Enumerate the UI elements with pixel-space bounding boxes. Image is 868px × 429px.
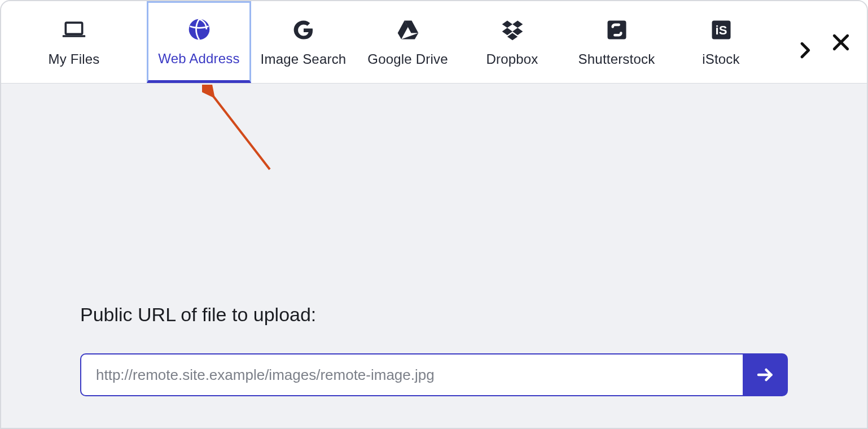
svg-rect-11 <box>607 20 626 39</box>
shutterstock-icon <box>604 17 629 42</box>
svg-rect-0 <box>65 23 82 34</box>
google-g-icon <box>291 17 316 42</box>
url-submit-button[interactable] <box>744 353 788 396</box>
tab-label: Image Search <box>261 51 347 67</box>
tab-istock[interactable]: iS iStock <box>669 1 773 83</box>
svg-marker-10 <box>507 33 517 40</box>
tabbar-actions <box>789 1 867 83</box>
tab-label: iStock <box>702 51 740 67</box>
url-input-row <box>80 353 788 396</box>
arrow-right-icon <box>755 365 775 385</box>
svg-marker-9 <box>512 28 523 35</box>
tab-label: My Files <box>49 51 100 67</box>
tab-label: Google Drive <box>367 51 448 67</box>
tab-web-address[interactable]: Web Address <box>147 1 251 83</box>
tabs-next-button[interactable] <box>789 34 821 66</box>
svg-text:iS: iS <box>715 23 727 37</box>
upload-dialog: My Files Web Address Image Search Google… <box>0 0 868 429</box>
source-tabs: My Files Web Address Image Search Google… <box>1 1 867 84</box>
svg-marker-8 <box>502 28 512 35</box>
google-drive-icon <box>396 17 420 42</box>
url-input[interactable] <box>80 353 744 396</box>
tab-image-search[interactable]: Image Search <box>251 1 356 83</box>
chevron-right-icon <box>794 39 816 62</box>
tab-label: Dropbox <box>486 51 538 67</box>
svg-marker-6 <box>502 20 512 28</box>
globe-icon <box>187 17 212 42</box>
tab-google-drive[interactable]: Google Drive <box>356 1 460 83</box>
tab-label: Shutterstock <box>578 51 655 67</box>
tab-my-files[interactable]: My Files <box>1 1 147 83</box>
laptop-icon <box>62 17 86 42</box>
istock-icon: iS <box>709 17 734 42</box>
dialog-body: Public URL of file to upload: <box>1 84 867 428</box>
tab-dropbox[interactable]: Dropbox <box>460 1 564 83</box>
svg-marker-7 <box>512 20 523 28</box>
dropbox-icon <box>500 17 525 42</box>
svg-rect-1 <box>63 35 85 37</box>
close-icon <box>830 31 852 54</box>
url-prompt-label: Public URL of file to upload: <box>80 304 316 326</box>
tab-shutterstock[interactable]: Shutterstock <box>564 1 669 83</box>
tab-label: Web Address <box>158 51 240 67</box>
close-button[interactable] <box>825 27 857 58</box>
